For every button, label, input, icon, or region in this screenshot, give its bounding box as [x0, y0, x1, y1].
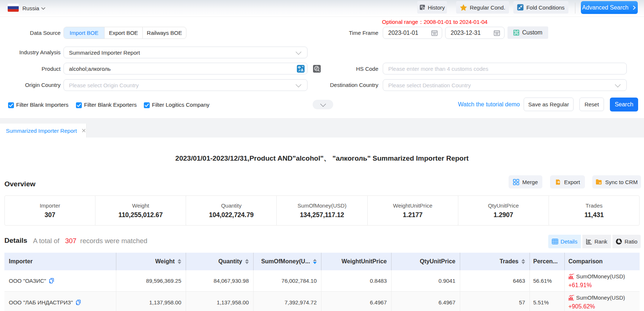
svg-text:A: A	[301, 68, 303, 72]
